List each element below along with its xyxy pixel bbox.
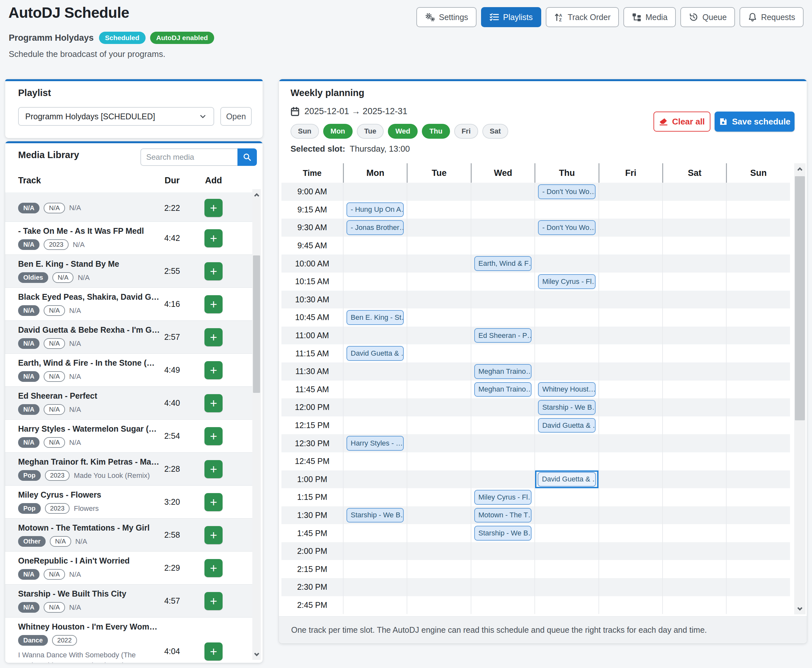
slot-sun-230pm[interactable] [726, 578, 790, 596]
scheduled-track-chip[interactable]: Miley Cyrus - Fl… [474, 490, 532, 505]
slot-thu-1230pm[interactable] [534, 434, 598, 453]
slot-mon-1200pm[interactable] [343, 398, 407, 416]
day-pill-sat[interactable]: Sat [482, 124, 508, 139]
slot-tue-915am[interactable] [407, 201, 470, 219]
slot-sat-215pm[interactable] [662, 560, 726, 578]
slot-wed-1030am[interactable] [471, 291, 534, 309]
slot-tue-1230pm[interactable] [407, 434, 470, 453]
search-input[interactable] [141, 149, 238, 166]
slot-mon-1015am[interactable] [343, 272, 407, 291]
slot-sat-245pm[interactable] [662, 596, 726, 615]
slot-wed-930am[interactable] [471, 219, 534, 237]
slot-sun-1000am[interactable] [726, 254, 790, 272]
add-track-button[interactable]: + [204, 262, 223, 281]
slot-fri-215pm[interactable] [598, 560, 662, 578]
slot-thu-230pm[interactable] [534, 578, 598, 596]
slot-tue-1045am[interactable] [407, 309, 470, 327]
slot-sat-930am[interactable] [662, 219, 726, 237]
slot-sat-100pm[interactable] [662, 471, 726, 489]
slot-sat-900am[interactable] [662, 183, 726, 201]
slot-mon-1045am[interactable]: Ben E. King - St… [343, 309, 407, 327]
slot-wed-1015am[interactable] [471, 272, 534, 291]
media-list-scrollbar[interactable] [252, 189, 261, 660]
slot-sun-130pm[interactable] [726, 506, 790, 524]
day-pill-mon[interactable]: Mon [323, 124, 353, 139]
slot-tue-200pm[interactable] [407, 542, 470, 560]
slot-tue-1100am[interactable] [407, 327, 470, 345]
slot-wed-115pm[interactable]: Miley Cyrus - Fl… [471, 488, 534, 506]
slot-mon-1215pm[interactable] [343, 416, 407, 434]
scheduled-track-chip[interactable]: - Hung Up On A… [347, 202, 404, 217]
slot-fri-145pm[interactable] [598, 524, 662, 542]
slot-thu-915am[interactable] [534, 201, 598, 219]
slot-tue-1200pm[interactable] [407, 398, 470, 416]
slot-sat-1045am[interactable] [662, 309, 726, 327]
slot-wed-145pm[interactable]: Starship - We B… [471, 524, 534, 542]
slot-mon-1115am[interactable]: David Guetta & … [343, 344, 407, 362]
slot-tue-130pm[interactable] [407, 506, 470, 524]
day-pill-sun[interactable]: Sun [291, 124, 319, 139]
slot-sun-915am[interactable] [726, 201, 790, 219]
slot-mon-900am[interactable] [343, 183, 407, 201]
slot-thu-1200pm[interactable]: Starship - We B… [534, 398, 598, 416]
slot-tue-245pm[interactable] [407, 596, 470, 615]
slot-sun-1100am[interactable] [726, 327, 790, 345]
slot-sat-1145am[interactable] [662, 381, 726, 399]
slot-wed-1245pm[interactable] [471, 453, 534, 471]
search-button[interactable] [238, 149, 257, 166]
slot-fri-200pm[interactable] [598, 542, 662, 560]
slot-fri-100pm[interactable] [598, 471, 662, 489]
slot-fri-1015am[interactable] [598, 272, 662, 291]
scheduled-track-chip[interactable]: Whitney Houst… [538, 382, 595, 397]
slot-mon-230pm[interactable] [343, 578, 407, 596]
open-playlist-button[interactable]: Open [220, 107, 252, 126]
slot-tue-1130am[interactable] [407, 362, 470, 381]
slot-thu-115pm[interactable] [534, 488, 598, 506]
slot-tue-900am[interactable] [407, 183, 470, 201]
slot-wed-1200pm[interactable] [471, 398, 534, 416]
slot-sat-1030am[interactable] [662, 291, 726, 309]
slot-fri-245pm[interactable] [598, 596, 662, 615]
slot-thu-1000am[interactable] [534, 254, 598, 272]
slot-fri-115pm[interactable] [598, 488, 662, 506]
day-pill-fri[interactable]: Fri [454, 124, 478, 139]
slot-fri-1200pm[interactable] [598, 398, 662, 416]
slot-mon-945am[interactable] [343, 237, 407, 255]
grid-scrollbar-thumb[interactable] [795, 176, 805, 420]
slot-mon-1130am[interactable] [343, 362, 407, 381]
save-schedule-button[interactable]: Save schedule [715, 112, 795, 132]
scheduled-track-chip[interactable]: Starship - We B… [474, 526, 532, 541]
slot-wed-1215pm[interactable] [471, 416, 534, 434]
add-track-button[interactable]: + [204, 229, 223, 247]
slot-thu-1245pm[interactable] [534, 453, 598, 471]
slot-wed-945am[interactable] [471, 237, 534, 255]
slot-sat-130pm[interactable] [662, 506, 726, 524]
slot-sat-230pm[interactable] [662, 578, 726, 596]
scheduled-track-chip[interactable]: Ed Sheeran - P… [474, 328, 532, 343]
slot-wed-1100am[interactable]: Ed Sheeran - P… [471, 327, 534, 345]
add-track-button[interactable]: + [204, 493, 223, 511]
slot-tue-215pm[interactable] [407, 560, 470, 578]
scheduled-track-chip[interactable]: Meghan Traino… [474, 364, 532, 379]
slot-thu-145pm[interactable] [534, 524, 598, 542]
scheduled-track-chip[interactable]: Ben E. King - St… [347, 310, 404, 325]
slot-sun-1045am[interactable] [726, 309, 790, 327]
slot-wed-1045am[interactable] [471, 309, 534, 327]
slot-thu-1130am[interactable] [534, 362, 598, 381]
slot-mon-1145am[interactable] [343, 381, 407, 399]
slot-thu-1030am[interactable] [534, 291, 598, 309]
scroll-down-icon[interactable] [794, 603, 805, 615]
slot-wed-100pm[interactable] [471, 471, 534, 489]
add-track-button[interactable]: + [204, 643, 223, 661]
scheduled-track-chip[interactable]: David Guetta & … [537, 472, 596, 487]
day-pill-wed[interactable]: Wed [388, 124, 418, 139]
nav-button-queue[interactable]: Queue [680, 7, 735, 27]
nav-button-media[interactable]: Media [623, 7, 676, 27]
slot-sat-1230pm[interactable] [662, 434, 726, 453]
slot-tue-100pm[interactable] [407, 471, 470, 489]
slot-mon-1245pm[interactable] [343, 453, 407, 471]
add-track-button[interactable]: + [204, 592, 223, 610]
clear-all-button[interactable]: Clear all [653, 112, 710, 132]
slot-fri-915am[interactable] [598, 201, 662, 219]
slot-fri-1215pm[interactable] [598, 416, 662, 434]
